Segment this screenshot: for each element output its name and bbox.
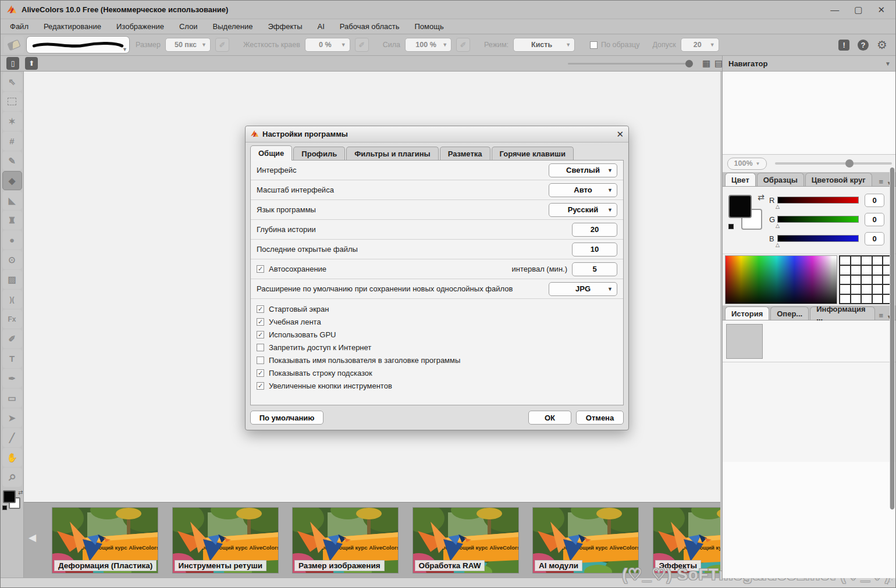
help-icon[interactable]: ? — [858, 40, 869, 51]
interface-dropdown[interactable]: Светлый▼ — [549, 163, 617, 177]
channel-value-G[interactable]: 0 — [865, 213, 884, 226]
default-colors-icon[interactable] — [728, 224, 734, 229]
swatch-cell[interactable] — [840, 295, 850, 303]
color-tab-2[interactable]: Цветовой круг — [805, 173, 872, 186]
default-colors-icon[interactable] — [2, 505, 7, 510]
open-file-button[interactable]: ⬆ — [25, 57, 38, 70]
language-dropdown[interactable]: Русский▼ — [549, 203, 617, 217]
zoom-slider[interactable] — [775, 162, 892, 165]
menu-item-7[interactable]: Рабочая область — [340, 22, 400, 31]
smudge-tool[interactable]: ✐ — [2, 329, 22, 348]
menu-item-0[interactable]: Файл — [10, 22, 29, 31]
sample-checkbox[interactable] — [590, 41, 598, 49]
swatch-cell[interactable] — [862, 276, 872, 284]
hardness-dropdown[interactable]: 0 %▼ — [305, 38, 350, 52]
swatch-cell[interactable] — [873, 285, 883, 293]
swatch-cell[interactable] — [873, 276, 883, 284]
strength-pressure-button[interactable]: ✐ — [456, 38, 470, 52]
size-pressure-button[interactable]: ✐ — [215, 38, 229, 52]
swatch-cell[interactable] — [851, 295, 861, 303]
foreground-color-swatch[interactable] — [728, 195, 752, 218]
swatch-cell[interactable] — [873, 256, 883, 265]
swatch-cell[interactable] — [862, 266, 872, 274]
settings-tab-4[interactable]: Горячие клавиши — [492, 147, 574, 161]
history-depth-input[interactable]: 20 — [572, 223, 617, 237]
maximize-button[interactable]: ▢ — [854, 5, 862, 15]
swatch-cell[interactable] — [862, 295, 872, 303]
dialog-title-bar[interactable]: Настройки программы ✕ — [246, 126, 628, 142]
close-button[interactable]: ✕ — [877, 5, 885, 15]
tutorial-thumbnail-2[interactable]: Обучающий курс AliveColors Размер изобра… — [292, 507, 399, 573]
minimize-button[interactable]: — — [830, 5, 839, 15]
settings-tab-0[interactable]: Общие — [250, 145, 292, 161]
channel-value-R[interactable]: 0 — [865, 194, 884, 207]
history-tab-2[interactable]: Информация ... — [810, 307, 875, 320]
swatch-cell[interactable] — [840, 256, 850, 265]
swap-colors-icon[interactable]: ⇄ — [758, 193, 765, 202]
blur-tool[interactable]: ● — [2, 230, 22, 250]
effect-brush-tool[interactable]: Fx — [2, 309, 22, 329]
start-screen-checkbox[interactable]: ✓ — [257, 305, 264, 313]
slider-marker-icon[interactable]: △ — [776, 204, 780, 209]
pinch-tool[interactable]: )( — [2, 290, 22, 309]
slider-marker-icon[interactable]: △ — [776, 242, 780, 248]
crop-tool[interactable]: # — [2, 131, 22, 151]
swatch-cell[interactable] — [840, 285, 850, 293]
training-feed-checkbox[interactable]: ✓ — [257, 318, 264, 326]
history-tab-1[interactable]: Опер... — [770, 307, 809, 320]
block-internet-checkbox[interactable] — [257, 344, 264, 351]
swatch-cell[interactable] — [851, 276, 861, 284]
color-swatches[interactable]: ⇄ — [2, 490, 22, 515]
settings-tab-2[interactable]: Фильтры и плагины — [346, 147, 439, 161]
text-tool[interactable]: T — [2, 349, 22, 368]
resize-grip[interactable]: ⋰ — [887, 578, 894, 586]
chevron-down-icon[interactable]: ▼ — [885, 60, 891, 67]
mode-dropdown[interactable]: Кисть▼ — [513, 38, 575, 52]
channel-value-B[interactable]: 0 — [865, 232, 884, 245]
swatch-cell[interactable] — [840, 276, 850, 284]
menu-item-4[interactable]: Выделение — [213, 22, 253, 31]
menu-item-1[interactable]: Редактирование — [44, 22, 101, 31]
swatch-cell[interactable] — [851, 256, 861, 265]
autosave-input[interactable]: 5 — [572, 262, 617, 276]
settings-tab-1[interactable]: Профиль — [293, 147, 345, 161]
eraser-tool[interactable]: ◆ — [2, 171, 22, 190]
magic-wand-tool[interactable]: ✶ — [2, 112, 22, 131]
swatch-cell[interactable] — [873, 266, 883, 274]
zoom-tool[interactable]: ⚲ — [2, 468, 22, 487]
channel-slider-B[interactable]: △ — [777, 235, 859, 242]
use-gpu-checkbox[interactable]: ✓ — [257, 331, 264, 338]
new-file-button[interactable]: ▯ — [6, 57, 19, 70]
menu-item-8[interactable]: Помощь — [414, 22, 443, 31]
history-state-thumbnail[interactable] — [726, 324, 763, 359]
menu-item-6[interactable]: AI — [318, 22, 325, 31]
fill-tool[interactable]: ◣ — [2, 191, 22, 210]
eyedropper-tool[interactable]: ╱ — [2, 428, 22, 447]
tutorial-thumbnail-5[interactable]: Обучающий курс AliveColors Эффекты — [653, 507, 721, 573]
defaults-button[interactable]: По умолчанию — [250, 411, 323, 425]
settings-tab-3[interactable]: Разметка — [440, 147, 490, 161]
show-hints-checkbox[interactable]: ✓ — [257, 369, 264, 377]
feedback-icon[interactable]: ! — [838, 40, 849, 51]
swap-colors-icon[interactable]: ⇄ — [18, 489, 23, 496]
show-username-checkbox[interactable] — [257, 357, 264, 364]
filmstrip-prev-button[interactable]: ◀ — [29, 532, 36, 544]
menu-item-5[interactable]: Эффекты — [268, 22, 302, 31]
default-extension-dropdown[interactable]: JPG▼ — [549, 282, 617, 296]
navigator-header[interactable]: Навигатор ▼ — [723, 56, 896, 72]
channel-slider-R[interactable]: △ — [777, 197, 859, 204]
ok-button[interactable]: ОК — [528, 411, 571, 425]
brush-preset-preview[interactable]: ▼ — [26, 36, 130, 54]
cancel-button[interactable]: Отмена — [576, 411, 624, 425]
recent-files-input[interactable]: 10 — [572, 243, 617, 256]
panel-scrollbar[interactable] — [890, 168, 895, 509]
tutorial-thumbnail-3[interactable]: Обучающий курс AliveColors Обработка RAW — [413, 507, 519, 573]
swatch-cell[interactable] — [851, 266, 861, 274]
brush-tool[interactable]: ✎ — [2, 151, 22, 170]
foreground-color-swatch[interactable] — [3, 490, 16, 503]
history-menu-icon[interactable]: ≡ — [876, 311, 886, 320]
color-swatches[interactable]: ⇄ — [728, 195, 765, 233]
clone-stamp-tool[interactable]: ♜ — [2, 211, 22, 230]
zoom-level-dropdown[interactable]: 100%▼ — [727, 158, 767, 170]
sharpen-tool[interactable]: ▨ — [2, 270, 22, 289]
